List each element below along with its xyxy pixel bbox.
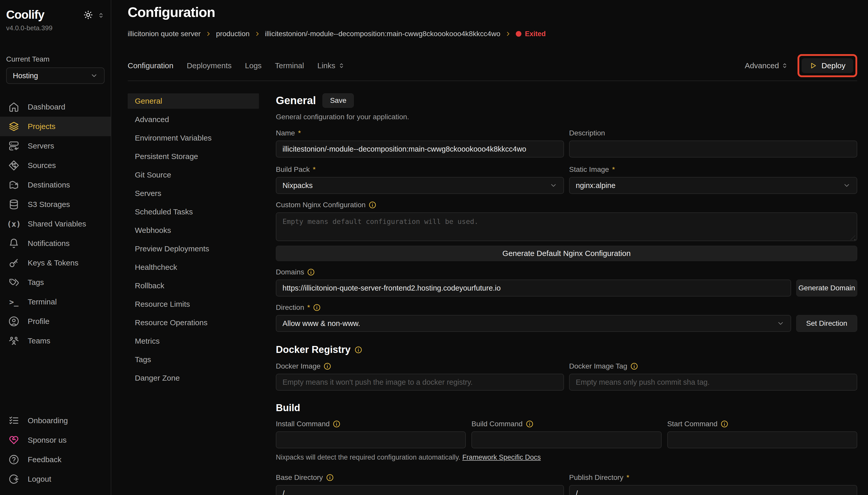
subnav-item-danger-zone[interactable]: Danger Zone [128, 370, 259, 386]
theme-toggle-sun-icon[interactable] [84, 10, 93, 20]
sidebar-footer-nav: Onboarding Sponsor us Feedback Logout [6, 411, 105, 489]
publish-directory-input[interactable] [569, 485, 857, 495]
chevron-down-icon [777, 320, 784, 327]
sidebar-item-logout[interactable]: Logout [6, 470, 105, 489]
section-title-general: General [276, 95, 316, 107]
main-area: Configuration illicitonion quote server … [111, 0, 868, 495]
info-icon [631, 362, 638, 370]
sidebar-item-sponsor-us[interactable]: Sponsor us [6, 430, 105, 450]
tab-links-label: Links [317, 61, 335, 70]
tab-deployments[interactable]: Deployments [187, 61, 231, 70]
save-button[interactable]: Save [322, 93, 354, 108]
info-icon [323, 362, 331, 370]
sidebar-item-label: S3 Storages [28, 200, 70, 209]
sidebar-nav: Dashboard Projects Servers Sources Desti… [6, 97, 105, 351]
current-team-label: Current Team [6, 55, 105, 63]
subnav-item-persistent-storage[interactable]: Persistent Storage [128, 149, 259, 164]
sidebar-item-keys-tokens[interactable]: Keys & Tokens [6, 253, 105, 273]
build-pack-select[interactable]: Nixpacks [276, 177, 564, 194]
breadcrumb-project[interactable]: illicitonion quote server [128, 30, 201, 38]
key-icon [8, 257, 19, 269]
tab-logs[interactable]: Logs [245, 61, 262, 70]
tab-divider [128, 81, 857, 81]
sidebar-item-feedback[interactable]: Feedback [6, 450, 105, 470]
sidebar-item-terminal[interactable]: >_ Terminal [6, 292, 105, 312]
sidebar-item-teams[interactable]: Teams [6, 331, 105, 351]
subnav-item-advanced[interactable]: Advanced [128, 112, 259, 127]
logo-row: Coolify [6, 8, 105, 21]
sidebar-item-label: Keys & Tokens [28, 258, 78, 267]
sidebar-item-s3-storages[interactable]: S3 Storages [6, 195, 105, 214]
generate-domain-button[interactable]: Generate Domain [796, 279, 857, 296]
name-label: Name* [276, 129, 564, 137]
install-command-input[interactable] [276, 431, 466, 448]
server-icon [8, 140, 19, 152]
base-directory-input[interactable] [276, 485, 564, 495]
docker-image-input[interactable] [276, 374, 564, 391]
sidebar-item-notifications[interactable]: Notifications [6, 234, 105, 253]
required-marker: * [307, 303, 310, 312]
app-version: v4.0.0-beta.399 [6, 24, 105, 32]
subnav-item-git-source[interactable]: Git Source [128, 167, 259, 183]
sidebar-item-projects[interactable]: Projects [0, 117, 111, 136]
build-command-input[interactable] [472, 431, 661, 448]
chevrons-up-down-icon [338, 62, 345, 69]
subnav-item-healthcheck[interactable]: Healthcheck [128, 259, 259, 275]
set-direction-button[interactable]: Set Direction [796, 315, 857, 332]
subnav-item-resource-operations[interactable]: Resource Operations [128, 315, 259, 330]
logout-icon [8, 474, 19, 485]
subnav-item-tags[interactable]: Tags [128, 352, 259, 367]
tab-terminal[interactable]: Terminal [275, 61, 304, 70]
static-image-select[interactable]: nginx:alpine [569, 177, 857, 194]
info-icon [313, 304, 321, 311]
subnav-item-general[interactable]: General [128, 93, 259, 109]
subnav-item-preview-deployments[interactable]: Preview Deployments [128, 241, 259, 256]
sidebar-item-label: Destinations [28, 181, 70, 189]
sidebar-item-dashboard[interactable]: Dashboard [6, 97, 105, 117]
subnav-item-scheduled-tasks[interactable]: Scheduled Tasks [128, 204, 259, 220]
sidebar-item-label: Profile [28, 317, 50, 326]
chevron-down-icon [550, 182, 557, 189]
app-root: Coolify v4.0.0-beta.399 Current Team Hos… [0, 0, 868, 495]
docker-image-tag-label: Docker Image Tag [569, 362, 857, 371]
sidebar-item-onboarding[interactable]: Onboarding [6, 411, 105, 430]
sidebar-item-shared-variables[interactable]: (x) Shared Variables [6, 214, 105, 234]
advanced-dropdown[interactable]: Advanced [745, 61, 788, 70]
custom-nginx-textarea[interactable] [276, 212, 857, 241]
generate-nginx-button[interactable]: Generate Default Nginx Configuration [276, 246, 857, 261]
sidebar-item-tags[interactable]: Tags [6, 273, 105, 292]
breadcrumb-application[interactable]: illicitestonion/-module--decomposition:m… [265, 30, 500, 38]
subnav-item-resource-limits[interactable]: Resource Limits [128, 296, 259, 312]
subnav-item-metrics[interactable]: Metrics [128, 334, 259, 349]
tab-configuration[interactable]: Configuration [128, 61, 173, 70]
team-select[interactable]: Hosting [6, 67, 105, 84]
name-input[interactable] [276, 140, 564, 157]
sidebar-item-servers[interactable]: Servers [6, 136, 105, 156]
sidebar-item-destinations[interactable]: Destinations [6, 175, 105, 195]
subnav-item-webhooks[interactable]: Webhooks [128, 223, 259, 238]
subnav-item-environment-variables[interactable]: Environment Variables [128, 130, 259, 146]
custom-nginx-label: Custom Nginx Configuration [276, 201, 857, 209]
sidebar-item-profile[interactable]: Profile [6, 312, 105, 331]
static-image-value: nginx:alpine [576, 181, 616, 190]
status-badge: Exited [516, 30, 546, 38]
deploy-button[interactable]: Deploy [802, 58, 853, 73]
theme-switcher-chevrons-icon[interactable] [98, 12, 105, 19]
start-command-input[interactable] [667, 431, 857, 448]
description-input[interactable] [569, 140, 857, 157]
sidebar-item-sources[interactable]: Sources [6, 156, 105, 175]
subnav-item-servers[interactable]: Servers [128, 186, 259, 201]
docker-image-tag-input[interactable] [569, 374, 857, 391]
direction-select[interactable]: Allow www & non-www. [276, 315, 791, 332]
team-select-value: Hosting [13, 71, 38, 80]
general-form: General Save General configuration for y… [276, 93, 857, 495]
breadcrumb-environment[interactable]: production [216, 30, 250, 38]
tab-links[interactable]: Links [317, 61, 345, 70]
domains-input[interactable] [276, 279, 791, 296]
framework-docs-link[interactable]: Framework Specific Docs [462, 454, 541, 461]
chevron-down-icon [843, 182, 851, 189]
section-subtitle: General configuration for your applicati… [276, 113, 857, 121]
bell-icon [8, 238, 19, 249]
subnav-item-rollback[interactable]: Rollback [128, 278, 259, 293]
info-icon [333, 420, 340, 428]
